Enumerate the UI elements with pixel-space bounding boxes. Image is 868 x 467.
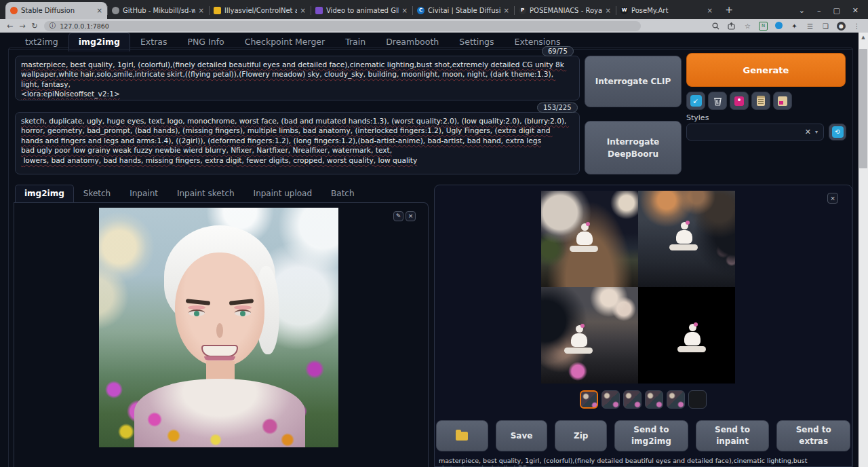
- tab-close-icon[interactable]: ×: [504, 7, 509, 14]
- extension-pinwheel-icon[interactable]: ✦: [790, 22, 799, 30]
- browser-menu-kebab-icon[interactable]: ⋮: [852, 22, 861, 30]
- site-info-icon[interactable]: ⓘ: [50, 22, 56, 31]
- address-bar[interactable]: ⓘ 127.0.0.1:7860: [44, 21, 641, 31]
- bookmark-star-icon[interactable]: ☆: [743, 22, 752, 30]
- browser-tab-gif-converter[interactable]: Video to animated GIF converter ×: [311, 2, 412, 19]
- tab-search-chevron-icon[interactable]: ⌄: [799, 6, 805, 15]
- gallery-thumbnail-4[interactable]: [645, 390, 663, 409]
- subtab-inpaint[interactable]: Inpaint: [120, 185, 167, 203]
- refresh-styles-button[interactable]: ⟲: [829, 124, 846, 141]
- prompt-textarea[interactable]: masterpiece, best quality, 1girl, (color…: [15, 56, 580, 100]
- tab-bar-divider: [8, 49, 853, 50]
- result-image-1[interactable]: [541, 191, 638, 287]
- tab-close-icon[interactable]: ×: [97, 7, 102, 14]
- result-image-grid[interactable]: [541, 191, 735, 384]
- gallery-thumbnail-1[interactable]: [580, 390, 598, 409]
- img2img-mode-tabs: img2img Sketch Inpaint Inpaint sketch In…: [15, 185, 364, 203]
- browser-tab-stable-diffusion[interactable]: Stable Diffusion ×: [5, 2, 107, 19]
- result-image-4[interactable]: [638, 287, 735, 384]
- img2img-source-panel: ✎ × Copy image to: img2img sketch in: [14, 202, 429, 467]
- profile-avatar[interactable]: ●: [837, 22, 846, 31]
- result-image-2[interactable]: [638, 191, 735, 287]
- stable-diffusion-webui: txt2img img2img Extras PNG Info Checkpoi…: [0, 33, 868, 467]
- styles-dropdown[interactable]: ✕ ▾: [686, 124, 824, 141]
- browser-tab-posemyart[interactable]: W PoseMy.Art ×: [616, 2, 717, 19]
- clear-styles-icon[interactable]: ✕: [805, 128, 811, 136]
- tab-close-icon[interactable]: ×: [402, 7, 408, 14]
- page-scrollbar[interactable]: ▲: [859, 33, 868, 467]
- browser-tab-civitai[interactable]: C Civitai | Stable Diffusion model ×: [412, 2, 514, 19]
- gallery-thumbnail-3[interactable]: [623, 390, 642, 409]
- tab-close-icon[interactable]: ×: [199, 7, 204, 14]
- send-to-img2img-button[interactable]: Send to img2img: [614, 420, 688, 451]
- browser-tab-posemaniacs[interactable]: P POSEMANIACS - Royalty free 3 ×: [514, 2, 616, 19]
- extra-networks-icon: [734, 96, 744, 106]
- browser-tab-title: Stable Diffusion: [21, 7, 94, 14]
- github-favicon: [112, 7, 119, 14]
- reading-list-icon[interactable]: ☰: [806, 22, 814, 30]
- gallery-thumbnail-strip: [435, 390, 852, 409]
- send-to-inpaint-button[interactable]: Send to inpaint: [696, 420, 770, 451]
- clear-prompt-button[interactable]: [708, 92, 727, 110]
- extension-blue-dot-icon[interactable]: [774, 22, 783, 31]
- posemyart-favicon: W: [620, 7, 628, 14]
- open-folder-button[interactable]: [436, 420, 488, 451]
- generate-button[interactable]: Generate: [686, 53, 846, 87]
- dropdown-caret-icon[interactable]: ▾: [815, 129, 818, 135]
- browser-tab-controlnet[interactable]: Illyasviel/ControlNet at main ×: [209, 2, 311, 19]
- side-panel-icon[interactable]: ❏: [821, 22, 830, 30]
- interrogate-deepbooru-button[interactable]: Interrogate DeepBooru: [585, 121, 682, 174]
- controlnet-favicon: [214, 7, 221, 14]
- close-window-button[interactable]: ✕: [852, 6, 859, 15]
- zoom-icon[interactable]: [712, 22, 721, 30]
- tab-close-icon[interactable]: ×: [300, 7, 306, 14]
- civitai-favicon: C: [417, 7, 425, 14]
- generation-info-text: masterpiece, best quality, 1girl, (color…: [439, 457, 846, 467]
- gallery-thumbnail-6[interactable]: [688, 390, 707, 409]
- tab-close-icon[interactable]: ×: [707, 7, 713, 14]
- close-gallery-icon[interactable]: ×: [827, 193, 838, 204]
- back-arrow-icon[interactable]: ←: [7, 22, 13, 31]
- edit-image-pencil-icon[interactable]: ✎: [393, 211, 403, 221]
- browser-tab-title: PoseMy.Art: [631, 7, 704, 14]
- tab-close-icon[interactable]: ×: [606, 7, 611, 14]
- maximize-window-button[interactable]: ▢: [833, 6, 840, 15]
- gallery-thumbnail-5[interactable]: [667, 390, 685, 409]
- apply-styles-button[interactable]: [751, 92, 770, 110]
- gif-converter-favicon: [315, 7, 323, 14]
- send-to-extras-button[interactable]: Send to extras: [776, 420, 850, 451]
- subtab-batch[interactable]: Batch: [321, 185, 364, 203]
- result-image-3[interactable]: [541, 287, 638, 384]
- browser-tab-github[interactable]: GitHub - Mikubill/sd-webui-con ×: [107, 2, 209, 19]
- browser-tab-title: POSEMANIACS - Royalty free 3: [530, 7, 602, 14]
- extra-networks-button[interactable]: [730, 92, 749, 110]
- save-style-button[interactable]: [773, 92, 792, 110]
- gallery-thumbnail-2[interactable]: [601, 390, 620, 409]
- minimize-window-button[interactable]: –: [817, 6, 821, 15]
- subtab-inpaint-sketch[interactable]: Inpaint sketch: [167, 185, 244, 203]
- browser-tab-title: Video to animated GIF converter: [326, 7, 399, 14]
- new-tab-button[interactable]: +: [722, 3, 736, 18]
- scrollbar-thumb[interactable]: [859, 49, 867, 168]
- negative-prompt-textarea[interactable]: sketch, duplicate, ugly, huge eyes, text…: [15, 112, 580, 174]
- interrogate-clip-button[interactable]: Interrogate CLIP: [585, 56, 682, 107]
- posemaniacs-favicon: P: [519, 7, 526, 14]
- source-image[interactable]: [99, 208, 338, 447]
- source-image-art: [99, 208, 338, 447]
- trash-icon: [713, 96, 722, 106]
- save-button[interactable]: Save: [496, 420, 548, 451]
- refresh-icon[interactable]: ↻: [31, 22, 37, 31]
- subtab-img2img[interactable]: img2img: [15, 185, 74, 203]
- subtab-sketch[interactable]: Sketch: [74, 185, 120, 203]
- zip-button[interactable]: Zip: [555, 420, 607, 451]
- share-icon[interactable]: [728, 22, 736, 30]
- browser-toolbar: ← → ↻ ⓘ 127.0.0.1:7860 ☆ N ✦ ☰ ❏ ● ⋮: [0, 19, 868, 33]
- remove-image-icon[interactable]: ×: [406, 211, 416, 221]
- extension-badge-icon[interactable]: N: [759, 22, 768, 31]
- subtab-inpaint-upload[interactable]: Inpaint upload: [244, 185, 321, 203]
- scrollbar-up-arrow-icon[interactable]: ▲: [859, 33, 868, 42]
- portrait-floral-top: [134, 379, 305, 447]
- paste-generation-params-button[interactable]: ↙: [686, 92, 705, 110]
- forward-arrow-icon[interactable]: →: [19, 22, 25, 31]
- url-text: 127.0.0.1:7860: [60, 22, 109, 30]
